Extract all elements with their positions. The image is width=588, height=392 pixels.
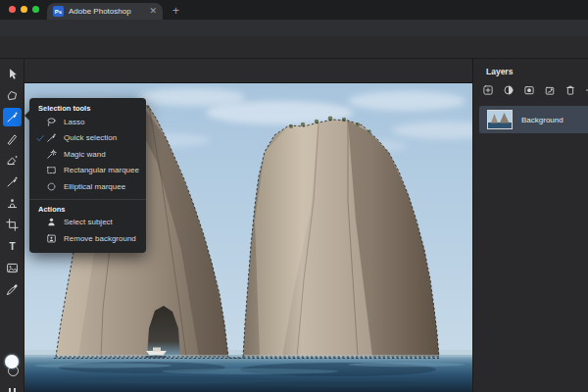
window-minimize-button[interactable] bbox=[21, 6, 27, 13]
brush-tool[interactable] bbox=[3, 172, 22, 191]
quick-selection-tool[interactable] bbox=[3, 108, 22, 126]
tab-title: Adobe Photoshop bbox=[69, 7, 144, 16]
delete-layer-icon[interactable] bbox=[563, 82, 577, 97]
foreground-color-swatch[interactable] bbox=[5, 355, 19, 368]
layer-row-background[interactable]: Background bbox=[479, 106, 588, 133]
menu-section-title: Actions bbox=[29, 204, 146, 215]
more-panel-icon[interactable] bbox=[583, 82, 588, 97]
app-window: Ps Adobe Photoshop ✕ + ← → photoshop.ado… bbox=[0, 0, 588, 392]
crop-tool[interactable] bbox=[3, 216, 22, 234]
menu-item-remove-background[interactable]: Remove background bbox=[29, 230, 146, 247]
menu-item-select-subject[interactable]: Select subject bbox=[29, 215, 146, 231]
new-tab-button[interactable]: + bbox=[172, 4, 179, 18]
magic-eraser-tool[interactable] bbox=[3, 151, 22, 170]
layers-panel-title: Layers bbox=[486, 67, 513, 76]
menu-divider bbox=[29, 199, 146, 200]
rectangular-marquee-icon bbox=[46, 165, 58, 175]
transform-icon[interactable] bbox=[542, 82, 557, 97]
check-icon bbox=[36, 134, 46, 142]
ps-top-bar: Ps (Beta) Faraglioni 100% bbox=[0, 36, 588, 59]
browser-toolbar: ← → photoshop.adobe.com bbox=[0, 20, 588, 36]
add-layer-icon[interactable] bbox=[480, 82, 495, 97]
menu-item-elliptical-marquee[interactable]: Elliptical marquee bbox=[29, 178, 146, 195]
layer-mask-icon[interactable] bbox=[521, 82, 536, 97]
layer-name: Background bbox=[521, 116, 564, 124]
shapes-tool[interactable] bbox=[3, 259, 22, 277]
spot-healing-tool[interactable] bbox=[3, 129, 22, 148]
object-selection-tool[interactable] bbox=[3, 86, 22, 105]
menu-section-title: Selection tools bbox=[29, 103, 146, 114]
move-tool[interactable] bbox=[3, 65, 22, 83]
menu-notch bbox=[24, 111, 29, 121]
select-subject-icon bbox=[46, 217, 58, 227]
type-tool[interactable]: T bbox=[3, 237, 22, 256]
quick-selection-icon bbox=[46, 132, 58, 143]
menu-item-quick-selection[interactable]: Quick selection bbox=[29, 130, 146, 147]
menu-item-rectangular-marquee[interactable]: Rectangular marquee bbox=[29, 163, 146, 179]
photoshop-favicon: Ps bbox=[53, 6, 64, 17]
remove-background-icon bbox=[46, 233, 58, 244]
eyedropper-tool[interactable] bbox=[3, 280, 22, 299]
tab-close-icon[interactable]: ✕ bbox=[149, 7, 157, 16]
elliptical-marquee-icon bbox=[46, 181, 58, 192]
lasso-icon bbox=[46, 117, 58, 127]
tool-options-bar: 500 ••• Sample all layers Enhance edges … bbox=[0, 59, 472, 83]
window-close-button[interactable] bbox=[9, 6, 16, 13]
browser-tab[interactable]: Ps Adobe Photoshop ✕ bbox=[47, 3, 163, 20]
selection-tools-menu: Selection tools Lasso Quick selection Ma… bbox=[29, 98, 146, 253]
layer-thumbnail bbox=[487, 110, 513, 129]
menu-item-lasso[interactable]: Lasso bbox=[29, 114, 146, 130]
menu-item-magic-wand[interactable]: Magic wand bbox=[29, 146, 146, 163]
layers-panel: Layers Background bbox=[472, 59, 588, 392]
window-zoom-button[interactable] bbox=[32, 6, 39, 13]
toolbar: T bbox=[0, 59, 24, 392]
browser-tab-strip: Ps Adobe Photoshop ✕ + bbox=[0, 0, 588, 20]
clone-stamp-tool[interactable] bbox=[3, 194, 22, 213]
adjustment-layer-icon[interactable] bbox=[501, 82, 515, 97]
toolbar-collapse-icon[interactable] bbox=[9, 388, 16, 392]
magic-wand-icon bbox=[46, 149, 58, 160]
